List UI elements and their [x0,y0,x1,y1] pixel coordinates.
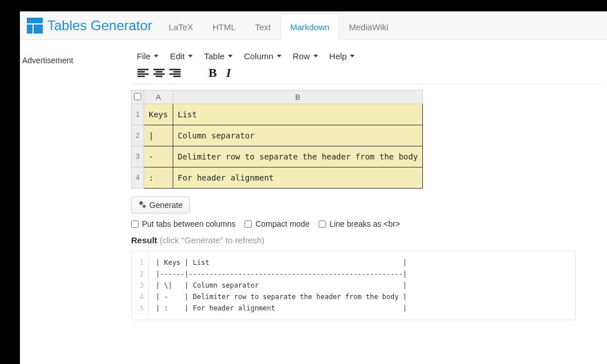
select-all-corner[interactable] [132,91,144,104]
cell-a2[interactable]: | [144,125,173,146]
option-compact-mode-label: Compact mode [255,219,309,228]
advertisement-label: Advertisement [22,56,73,65]
row-header-1[interactable]: 1 [132,104,144,125]
option-compact-mode[interactable]: Compact mode [245,219,309,228]
svg-point-18 [144,206,145,207]
brand[interactable]: Tables Generator [25,11,159,39]
row-header-2[interactable]: 2 [132,125,144,146]
option-tabs-between-checkbox[interactable] [131,220,138,228]
output-line-numbers: 1 2 3 4 5 [132,251,149,320]
caret-down-icon [277,55,282,58]
svg-rect-0 [27,18,43,23]
menu-file[interactable]: File [137,51,158,61]
cell-b4[interactable]: For header alignment [173,167,422,189]
menu-help[interactable]: Help [329,51,355,61]
menu-row[interactable]: Row [293,51,318,61]
tab-mediawiki[interactable]: MediaWiki [339,14,398,40]
row-header-4[interactable]: 4 [132,167,144,189]
top-navbar: Tables Generator LaTeX HTML Text Markdow… [20,11,607,40]
option-tabs-between[interactable]: Put tabs between columns [131,219,235,228]
result-label: Result [131,235,157,245]
option-tabs-between-label: Put tabs between columns [142,219,235,228]
table-editor[interactable]: A B 1 Keys List 2 | Column separator 3 [131,90,600,189]
svg-point-16 [140,202,141,203]
caret-down-icon [228,55,233,58]
menu-file-label: File [137,51,150,61]
cell-a4[interactable]: : [144,167,173,189]
result-hint: (click "Generate" to refresh) [160,235,264,245]
menu-edit[interactable]: Edit [170,51,193,61]
caret-down-icon [154,55,158,58]
cell-a1[interactable]: Keys [144,104,173,125]
option-line-breaks-checkbox[interactable] [319,220,326,228]
cell-b1[interactable]: List [173,104,422,125]
svg-rect-2 [34,24,43,34]
tab-text[interactable]: Text [246,14,281,40]
format-tabs: LaTeX HTML Text Markdown MediaWiki [159,11,398,39]
result-heading: Result (click "Generate" to refresh) [131,235,600,245]
tab-latex[interactable]: LaTeX [159,14,203,40]
generate-button[interactable]: Generate [131,197,190,214]
menu-bar: File Edit Table Column Row Help [131,48,600,63]
menu-row-label: Row [293,51,310,61]
menu-column-label: Column [244,51,274,61]
main-column: File Edit Table Column Row Help [131,46,607,320]
menu-edit-label: Edit [170,51,185,61]
col-header-a[interactable]: A [144,91,173,104]
format-toolbar: B I [131,63,600,84]
cell-b3[interactable]: Delimiter row to separate the header fro… [173,146,422,167]
select-all-checkbox[interactable] [134,93,141,100]
menu-column[interactable]: Column [244,51,282,61]
options-row: Put tabs between columns Compact mode Li… [131,219,600,228]
align-left-icon[interactable] [137,67,149,79]
cell-a3[interactable]: - [144,146,173,167]
sidebar: Advertisement [20,46,131,320]
caret-down-icon [313,55,318,58]
tab-html[interactable]: HTML [203,14,246,40]
align-right-icon[interactable] [169,67,181,79]
menu-table[interactable]: Table [204,51,233,61]
col-header-b[interactable]: B [173,91,422,104]
toolbar-separator [131,84,600,84]
gears-icon [138,201,146,210]
caret-down-icon [188,55,193,58]
row-header-3[interactable]: 3 [132,146,144,167]
menu-table-label: Table [204,51,225,61]
menu-help-label: Help [329,51,347,61]
svg-rect-1 [27,24,32,34]
brand-logo-icon [27,18,43,34]
output-code[interactable]: | Keys | List | |------|----------------… [149,251,414,320]
output-code-block[interactable]: 1 2 3 4 5 | Keys | List | |------|------… [131,251,576,320]
option-line-breaks[interactable]: Line breaks as <br> [319,219,400,228]
brand-text: Tables Generator [47,18,152,34]
tab-markdown[interactable]: Markdown [280,14,339,40]
italic-icon[interactable]: I [222,67,235,79]
align-center-icon[interactable] [153,67,165,79]
option-compact-mode-checkbox[interactable] [245,220,252,228]
option-line-breaks-label: Line breaks as <br> [329,219,400,228]
generate-button-label: Generate [149,201,182,210]
caret-down-icon [350,55,355,58]
bold-icon[interactable]: B [206,67,219,79]
cell-b2[interactable]: Column separator [173,125,422,146]
